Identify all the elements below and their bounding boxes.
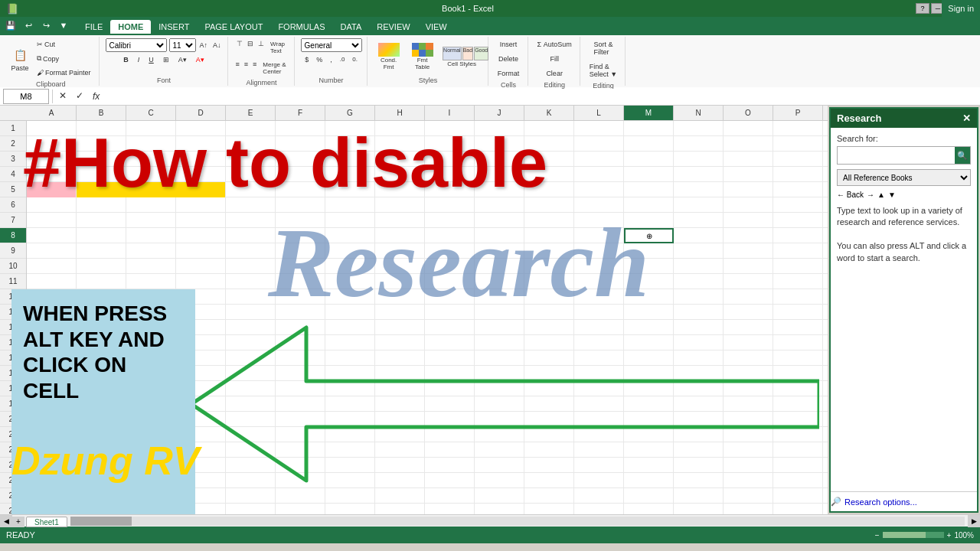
- row-header-9[interactable]: 9: [0, 243, 26, 259]
- col-header-H[interactable]: H: [375, 106, 425, 120]
- border-btn[interactable]: ⊞: [159, 54, 173, 65]
- research-panel-close-btn[interactable]: ✕: [962, 112, 971, 124]
- format-cells-btn[interactable]: Format: [495, 67, 523, 80]
- cut-btn[interactable]: ✂Cut: [34, 38, 94, 51]
- autosum-btn[interactable]: Σ AutoSum: [534, 38, 575, 51]
- col-header-N[interactable]: N: [674, 106, 724, 120]
- percent-btn[interactable]: %: [313, 54, 325, 65]
- decrease-font-btn[interactable]: A↓: [211, 40, 223, 51]
- font-family-select[interactable]: Calibri: [106, 38, 167, 52]
- find-select-btn[interactable]: Find &Select ▼: [586, 60, 620, 80]
- spreadsheet-grid[interactable]: ⊕: [27, 121, 828, 514]
- col-header-B[interactable]: B: [77, 106, 126, 120]
- row-header-21[interactable]: 21: [0, 427, 26, 442]
- col-header-Q[interactable]: Q: [823, 106, 828, 120]
- row-header-2[interactable]: 2: [0, 136, 26, 152]
- wrap-text-btn[interactable]: WrapText: [267, 38, 288, 57]
- col-header-A[interactable]: A: [27, 106, 77, 120]
- font-size-select[interactable]: 11: [169, 38, 196, 52]
- tab-formulas[interactable]: FORMULAS: [270, 20, 332, 34]
- reference-books-select[interactable]: All Reference Books: [837, 169, 971, 186]
- sign-in-button[interactable]: Sign in: [942, 0, 980, 17]
- row-header-15[interactable]: 15: [0, 335, 26, 350]
- zoom-in-btn[interactable]: +: [947, 531, 952, 540]
- add-sheet-btn[interactable]: +: [12, 517, 24, 527]
- cell-C23[interactable]: [126, 412, 176, 427]
- nav-down-btn[interactable]: ▼: [888, 191, 896, 199]
- zoom-slider[interactable]: [883, 532, 944, 538]
- row-header-24[interactable]: 24: [0, 473, 26, 488]
- row-header-22[interactable]: 22: [0, 442, 26, 458]
- list-item[interactable]: [27, 121, 77, 136]
- row-header-23[interactable]: 23: [0, 458, 26, 473]
- font-color-btn[interactable]: A▾: [192, 54, 208, 65]
- tab-view[interactable]: VIEW: [418, 20, 455, 34]
- col-header-J[interactable]: J: [475, 106, 524, 120]
- row-header-20[interactable]: 20: [0, 412, 26, 427]
- redo-quick-btn[interactable]: ↪: [38, 18, 54, 32]
- copy-btn[interactable]: ⧉Copy: [34, 52, 94, 65]
- row-header-6[interactable]: 6: [0, 197, 26, 213]
- help-btn[interactable]: ?: [916, 3, 929, 14]
- forward-nav-btn[interactable]: →: [867, 191, 874, 199]
- row-header-11[interactable]: 11: [0, 274, 26, 289]
- formula-input[interactable]: [106, 89, 977, 104]
- align-middle-btn[interactable]: ⊟: [246, 38, 255, 57]
- tab-insert[interactable]: INSERT: [151, 20, 197, 34]
- increase-decimal-btn[interactable]: .0: [337, 54, 348, 65]
- undo-quick-btn[interactable]: ↩: [21, 18, 36, 32]
- increase-font-btn[interactable]: A↑: [198, 40, 210, 51]
- row-header-19[interactable]: 19: [0, 396, 26, 412]
- row-header-26[interactable]: 26: [0, 504, 26, 514]
- clear-btn[interactable]: Clear: [543, 67, 566, 80]
- row-header-13[interactable]: 13: [0, 305, 26, 320]
- col-header-O[interactable]: O: [724, 106, 773, 120]
- currency-btn[interactable]: $: [302, 54, 312, 65]
- row-header-10[interactable]: 10: [0, 259, 26, 274]
- tab-data[interactable]: DATA: [333, 20, 370, 34]
- zoom-out-btn[interactable]: −: [875, 531, 880, 540]
- decrease-decimal-btn[interactable]: 0.: [349, 54, 361, 65]
- row-header-25[interactable]: 25: [0, 488, 26, 504]
- align-left-btn[interactable]: ≡: [234, 59, 241, 77]
- col-header-C[interactable]: C: [126, 106, 176, 120]
- cell-reference-input[interactable]: M8: [3, 89, 49, 104]
- col-header-G[interactable]: G: [325, 106, 375, 120]
- col-header-K[interactable]: K: [524, 106, 574, 120]
- horizontal-scroll-thumb[interactable]: [70, 517, 132, 526]
- customize-quick-btn[interactable]: ▼: [56, 18, 71, 32]
- underline-btn[interactable]: U: [145, 54, 158, 65]
- research-options-btn[interactable]: 🔎 Research options...: [831, 491, 977, 511]
- fill-btn[interactable]: Fill: [547, 53, 562, 65]
- horizontal-scroll-track[interactable]: [70, 517, 965, 526]
- tab-home[interactable]: HOME: [110, 20, 151, 34]
- col-header-P[interactable]: P: [773, 106, 823, 120]
- row-header-16[interactable]: 16: [0, 350, 26, 366]
- format-table-btn[interactable]: Fmt Table: [407, 41, 438, 73]
- row-header-14[interactable]: 14: [0, 320, 26, 335]
- research-search-button[interactable]: 🔍: [955, 147, 970, 164]
- row-header-7[interactable]: 7: [0, 213, 26, 228]
- row-header-3[interactable]: 3: [0, 152, 26, 167]
- row-header-1[interactable]: 1: [0, 121, 26, 136]
- research-search-input[interactable]: [838, 147, 955, 164]
- row-header-4[interactable]: 4: [0, 167, 26, 182]
- scroll-left-btn[interactable]: ◀: [0, 515, 12, 527]
- number-format-select[interactable]: General: [301, 38, 362, 52]
- cell-styles-btn[interactable]: Normal Bad Good Cell Styles: [441, 44, 483, 70]
- comma-btn[interactable]: ,: [327, 54, 335, 65]
- row-header-8[interactable]: 8: [0, 228, 26, 243]
- align-center-btn[interactable]: ≡: [243, 59, 250, 77]
- row-header-12[interactable]: 12: [0, 289, 26, 305]
- col-header-E[interactable]: E: [226, 106, 276, 120]
- merge-center-btn[interactable]: Merge &Center: [260, 59, 289, 77]
- paste-btn[interactable]: 📋 Paste: [8, 44, 32, 74]
- col-header-L[interactable]: L: [574, 106, 624, 120]
- active-cell-M8[interactable]: ⊕: [624, 228, 674, 243]
- align-right-btn[interactable]: ≡: [251, 59, 258, 77]
- cancel-formula-btn[interactable]: ✕: [56, 90, 70, 103]
- cell-B5[interactable]: [77, 182, 226, 197]
- italic-btn[interactable]: I: [134, 54, 144, 65]
- confirm-formula-btn[interactable]: ✓: [73, 90, 87, 103]
- col-header-I[interactable]: I: [425, 106, 475, 120]
